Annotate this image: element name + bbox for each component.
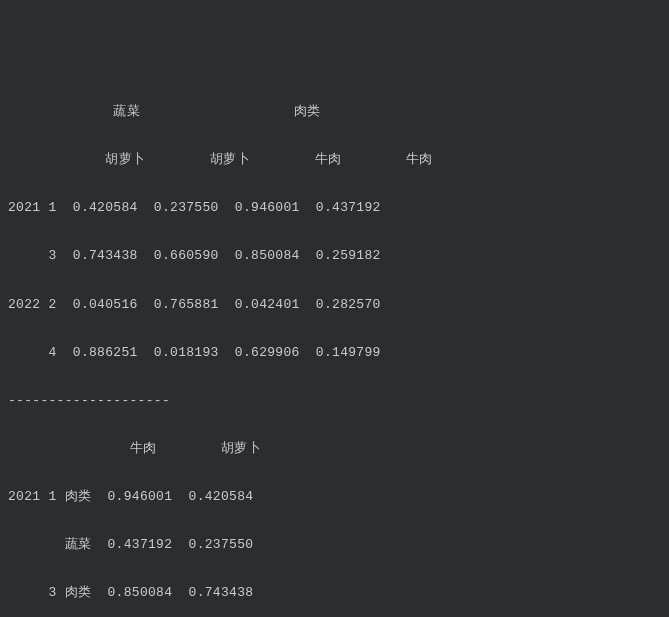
table2-row: 蔬菜 0.437192 0.237550 bbox=[8, 533, 661, 557]
table2-row: 3 肉类 0.850084 0.743438 bbox=[8, 581, 661, 605]
table1-row: 4 0.886251 0.018193 0.629906 0.149799 bbox=[8, 341, 661, 365]
table1-row: 2021 1 0.420584 0.237550 0.946001 0.4371… bbox=[8, 196, 661, 220]
table1-header1: 蔬菜 肉类 bbox=[8, 100, 661, 124]
table1-row: 2022 2 0.040516 0.765881 0.042401 0.2825… bbox=[8, 293, 661, 317]
table1-header2: 胡萝卜 胡萝卜 牛肉 牛肉 bbox=[8, 148, 661, 172]
table2-row: 2021 1 肉类 0.946001 0.420584 bbox=[8, 485, 661, 509]
table2-header: 牛肉 胡萝卜 bbox=[8, 437, 661, 461]
separator: -------------------- bbox=[8, 389, 661, 413]
table1-row: 3 0.743438 0.660590 0.850084 0.259182 bbox=[8, 244, 661, 268]
